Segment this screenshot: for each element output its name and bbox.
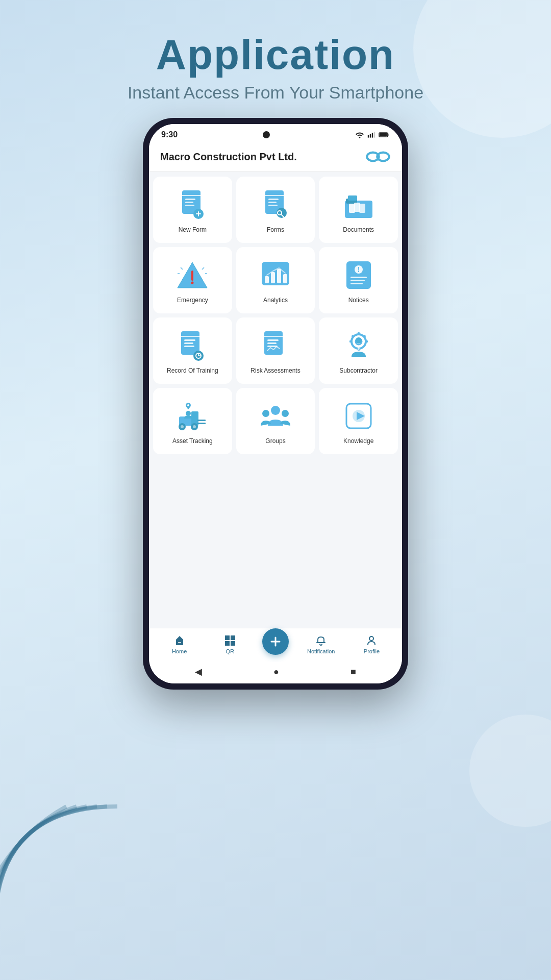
notification-icon (315, 634, 327, 647)
svg-rect-12 (185, 205, 194, 206)
svg-point-80 (271, 406, 280, 415)
svg-rect-63 (349, 340, 353, 342)
record-training-label: Record Of Training (167, 367, 218, 374)
svg-line-32 (181, 267, 183, 270)
grid-item-documents[interactable]: Documents (319, 177, 398, 243)
grid-item-risk-assessments[interactable]: Risk Assessments (236, 317, 315, 384)
svg-rect-39 (277, 269, 281, 283)
signal-icon (367, 131, 375, 138)
groups-label: Groups (265, 437, 285, 445)
notices-icon: ! (342, 259, 375, 291)
svg-rect-56 (267, 339, 279, 341)
svg-rect-18 (268, 202, 277, 203)
svg-rect-71 (197, 420, 206, 421)
analytics-label: Analytics (263, 297, 288, 304)
svg-rect-93 (233, 642, 235, 643)
svg-rect-19 (268, 205, 278, 206)
nav-notification[interactable]: Notification (296, 634, 346, 654)
new-form-label: New Form (179, 226, 207, 233)
status-icons (355, 131, 390, 138)
risk-icon (259, 329, 292, 362)
groups-icon (259, 400, 292, 432)
app-header: Macro Construction Pvt Ltd. (149, 143, 402, 172)
home-icon (173, 634, 186, 647)
training-icon (176, 329, 209, 362)
nav-profile[interactable]: Profile (346, 634, 397, 654)
svg-rect-92 (231, 642, 233, 643)
bg-decoration-top (413, 0, 551, 138)
svg-text:!: ! (357, 265, 360, 274)
grid-row-4: Asset Tracking (153, 388, 398, 454)
camera-notch (263, 131, 270, 138)
grid-item-subcontractor[interactable]: Subcontractor (319, 317, 398, 384)
nav-qr[interactable]: QR (205, 634, 255, 654)
nav-home[interactable]: Home (154, 634, 205, 654)
svg-rect-10 (185, 199, 195, 200)
grid-item-emergency[interactable]: Emergency (153, 247, 232, 313)
svg-point-81 (262, 410, 269, 417)
qr-icon (224, 634, 236, 647)
svg-rect-3 (372, 133, 373, 138)
svg-rect-37 (265, 276, 269, 283)
svg-point-77 (186, 411, 191, 416)
infinity-logo (365, 150, 391, 164)
grid-item-new-form[interactable]: New Form (153, 177, 232, 243)
analytics-icon (259, 259, 292, 291)
grid-item-record-training[interactable]: Record Of Training (153, 317, 232, 384)
battery-icon (379, 132, 390, 138)
grid-item-forms[interactable]: Forms (236, 177, 315, 243)
back-button[interactable]: ◀ (195, 666, 202, 677)
page-header: Application Instant Access From Your Sma… (128, 0, 423, 103)
svg-rect-44 (350, 277, 367, 278)
subcontractor-label: Subcontractor (339, 367, 378, 374)
new-form-icon (176, 188, 209, 221)
company-name: Macro Construction Pvt Ltd. (160, 151, 297, 163)
asset-tracking-label: Asset Tracking (172, 437, 213, 445)
grid-item-knowledge[interactable]: Knowledge (319, 388, 398, 454)
add-button[interactable] (262, 628, 289, 655)
nav-add[interactable] (255, 633, 295, 655)
svg-point-31 (191, 281, 194, 284)
grid-item-analytics[interactable]: Analytics (236, 247, 315, 313)
asset-icon (176, 400, 209, 432)
notices-label: Notices (348, 297, 369, 304)
bg-decoration-right (469, 715, 551, 827)
svg-rect-87 (227, 637, 228, 639)
svg-rect-72 (197, 423, 206, 424)
svg-point-74 (181, 425, 184, 428)
svg-rect-89 (232, 637, 234, 639)
profile-label: Profile (364, 648, 380, 654)
status-bar: 9:30 (149, 124, 402, 143)
svg-rect-50 (184, 346, 194, 347)
svg-rect-1 (368, 135, 369, 138)
svg-rect-57 (267, 342, 277, 344)
forms-icon (259, 188, 292, 221)
forms-label: Forms (267, 226, 284, 233)
home-button[interactable]: ● (273, 667, 279, 677)
svg-rect-38 (271, 272, 275, 283)
grid-item-groups[interactable]: Groups (236, 388, 315, 454)
svg-point-76 (193, 425, 196, 428)
svg-rect-64 (365, 340, 368, 342)
bg-arcs (0, 796, 128, 939)
knowledge-icon (342, 400, 375, 432)
svg-rect-94 (231, 644, 233, 645)
risk-assessments-label: Risk Assessments (251, 367, 300, 374)
wifi-icon (355, 131, 364, 138)
svg-rect-17 (268, 199, 279, 200)
bottom-nav: Home QR (149, 628, 402, 662)
grid-row-2: Emergency (153, 247, 398, 313)
recent-button[interactable]: ■ (350, 667, 356, 677)
phone-device: 9:30 (143, 118, 408, 690)
grid-container: New Form (149, 172, 402, 628)
grid-item-asset-tracking[interactable]: Asset Tracking (153, 388, 232, 454)
documents-icon (342, 188, 375, 221)
svg-point-82 (282, 410, 289, 417)
svg-rect-48 (184, 339, 195, 341)
svg-point-0 (359, 137, 361, 138)
grid-item-notices[interactable]: ! Notices (319, 247, 398, 313)
notification-label: Notification (307, 648, 335, 654)
svg-rect-6 (380, 133, 387, 136)
svg-rect-40 (283, 274, 287, 283)
svg-rect-61 (358, 332, 360, 335)
